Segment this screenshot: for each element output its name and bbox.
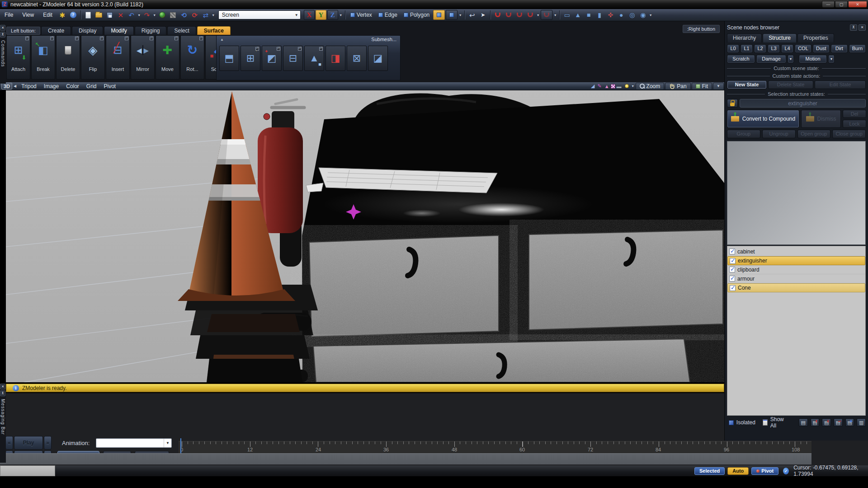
tab-surface[interactable]: Surface xyxy=(197,26,231,35)
create-point-button[interactable]: ✜ xyxy=(605,10,615,20)
list-filter-button-2[interactable]: ▤⬆ xyxy=(811,418,820,427)
skip-end-button[interactable]: » xyxy=(44,436,52,450)
viewport-options-dropdown[interactable]: ▼ xyxy=(713,83,724,90)
open-group-button[interactable]: Open group xyxy=(797,130,831,138)
snap-dropdown[interactable]: ▼ xyxy=(536,14,540,17)
menu-file[interactable]: File xyxy=(0,10,18,19)
node-row-clipboard[interactable]: clipboard xyxy=(727,265,865,274)
refresh-dropdown[interactable]: ▼ xyxy=(211,14,216,17)
tab-select[interactable]: Select xyxy=(167,26,196,35)
visibility-checkbox[interactable] xyxy=(729,276,735,282)
state-l4-button[interactable]: L4 xyxy=(781,44,793,53)
node-list[interactable]: cabinet extinguisher clipboard armour Co… xyxy=(727,246,866,416)
skip-start-button[interactable]: « xyxy=(5,436,13,450)
viewport-menu-image[interactable]: Image xyxy=(40,83,62,89)
damage-dropdown[interactable]: ▼ xyxy=(788,55,794,63)
viewport-menu-grid[interactable]: Grid xyxy=(83,83,100,89)
object-mode-button[interactable] xyxy=(433,10,445,20)
new-file-button[interactable] xyxy=(83,10,93,20)
flip-tool-button[interactable]: ◈ Flip xyxy=(81,35,105,80)
vertex-mode-button[interactable]: Vertex xyxy=(347,10,375,20)
state-l3-button[interactable]: L3 xyxy=(768,44,780,53)
collapse-triangle-icon[interactable]: ▲ xyxy=(220,38,224,42)
list-filter-button-5[interactable]: ▤✚ xyxy=(845,418,854,427)
state-burn-button[interactable]: Burn xyxy=(849,44,866,53)
del-button[interactable]: Del xyxy=(843,110,866,118)
debug-button[interactable]: ✱ xyxy=(57,10,67,20)
export-button[interactable]: ↷ xyxy=(142,10,152,20)
checker-icon[interactable] xyxy=(611,84,615,89)
primitives-dropdown[interactable]: ▼ xyxy=(648,14,653,17)
close-group-button[interactable]: Close group xyxy=(832,130,866,138)
tab-create[interactable]: Create xyxy=(41,26,71,35)
mirror-tool-button[interactable]: ◀▶ Mirror xyxy=(131,35,155,80)
break-tool-button[interactable]: ◧↖ Break xyxy=(31,35,55,80)
state-l1-button[interactable]: L1 xyxy=(741,44,753,53)
selected-mode-button[interactable]: Selected xyxy=(694,467,725,475)
submesh-tool-6[interactable]: ◨ xyxy=(326,46,345,71)
create-box-button[interactable]: ▭ xyxy=(562,10,572,20)
submesh-tool-8[interactable]: ◪ xyxy=(368,46,388,71)
ungroup-button[interactable]: Ungroup xyxy=(762,130,796,138)
track-strip[interactable] xyxy=(0,453,811,465)
dismiss-button[interactable]: Dismiss xyxy=(801,110,841,128)
insert-tool-button[interactable]: ⊟╱ Insert xyxy=(106,35,130,80)
state-l0-button[interactable]: L0 xyxy=(727,44,739,53)
tab-display[interactable]: Display xyxy=(72,26,103,35)
close-icon[interactable]: ✕ xyxy=(0,384,5,389)
cabinet-object[interactable] xyxy=(256,99,724,382)
pan-button[interactable]: Pan xyxy=(665,83,690,90)
menu-view[interactable]: View xyxy=(18,10,38,19)
show-all-button[interactable]: Show All xyxy=(770,416,791,429)
state-scratch-button[interactable]: Scratch xyxy=(727,55,755,63)
tab-rigging[interactable]: Rigging xyxy=(135,26,167,35)
animation-combo[interactable]: ▼ xyxy=(96,438,172,448)
screen-combo[interactable]: Screen ▼ xyxy=(218,10,301,19)
axis-dropdown[interactable]: ▼ xyxy=(339,14,343,17)
create-cylinder-button[interactable]: ▮ xyxy=(594,10,604,20)
edge-mode-button[interactable]: Edge xyxy=(375,10,401,20)
motion-dropdown[interactable]: ▼ xyxy=(828,55,835,63)
isolated-button[interactable]: Isolated xyxy=(736,419,755,426)
rotate-tool-button[interactable]: ↻ Rot... xyxy=(180,35,204,80)
mode-dropdown[interactable]: ▼ xyxy=(458,14,462,17)
move-tool-button[interactable]: ✚ Move xyxy=(156,35,179,80)
clapper-icon[interactable]: ▬ xyxy=(617,84,622,89)
axis-z-button[interactable]: Z xyxy=(327,10,338,20)
tab-structure[interactable]: Structure xyxy=(763,33,797,42)
polygon-mode-button[interactable]: Polygon xyxy=(401,10,433,20)
submesh-tool-2[interactable]: ⊞✦ xyxy=(241,46,260,71)
display-dropdown[interactable]: ▼ xyxy=(631,84,635,88)
expand-corner-icon[interactable] xyxy=(255,47,259,51)
snap-edge-button[interactable] xyxy=(504,10,514,20)
viewport[interactable] xyxy=(6,90,724,382)
state-l2-button[interactable]: L2 xyxy=(754,44,766,53)
pin-icon[interactable]: ⊼ xyxy=(850,24,857,31)
drawer-left[interactable] xyxy=(309,235,499,337)
export-dropdown[interactable]: ▼ xyxy=(152,14,157,17)
visibility-checkbox[interactable] xyxy=(730,258,736,264)
node-row-cabinet[interactable]: cabinet xyxy=(727,247,865,256)
state-col-button[interactable]: COL xyxy=(795,44,811,53)
snap-face-button[interactable] xyxy=(514,10,524,20)
axis-y-button[interactable]: Y xyxy=(316,10,326,20)
list-filter-button-4[interactable]: ▤↩ xyxy=(834,418,843,427)
expand-corner-icon[interactable] xyxy=(319,47,323,51)
pencil-icon[interactable]: ✎ xyxy=(598,83,602,89)
fit-button[interactable]: Fit xyxy=(692,83,712,90)
node-row-cone[interactable]: Cone xyxy=(727,283,865,292)
submesh-tool-5[interactable]: ▲■ xyxy=(304,46,324,71)
state-damage-button[interactable]: Damage xyxy=(756,55,786,63)
play-button[interactable]: Play xyxy=(14,436,43,450)
pivot-button[interactable]: Pivot xyxy=(751,467,778,475)
submesh-tool-4[interactable]: ⊟ xyxy=(283,46,303,71)
close-icon[interactable]: ✕ xyxy=(859,24,866,31)
state-dirt-button[interactable]: Dirt xyxy=(831,44,848,53)
lock-button[interactable] xyxy=(727,99,738,108)
tab-hierarchy[interactable]: Hierarchy xyxy=(727,33,762,42)
select-back-button[interactable]: ↩ xyxy=(467,10,477,20)
visibility-checkbox[interactable] xyxy=(730,285,736,291)
group-button[interactable]: Group xyxy=(727,130,760,138)
snap-toggle-dropdown[interactable]: ▼ xyxy=(553,14,557,17)
auto-button[interactable]: Auto xyxy=(727,467,749,475)
